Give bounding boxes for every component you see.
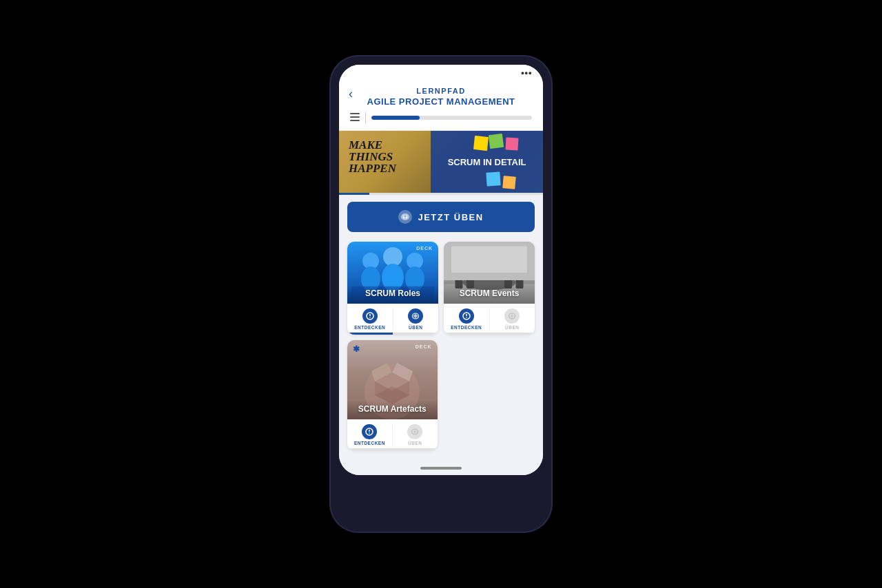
svg-rect-0 — [350, 113, 360, 114]
banner-section: MAKE THINGS HAPPEN SCRUM IN DETAIL — [339, 131, 543, 195]
banner-overlay-text: SCRUM IN DETAIL — [441, 154, 533, 170]
svg-point-40 — [369, 432, 371, 434]
divider — [365, 112, 366, 123]
status-bar: ●●● — [339, 65, 543, 81]
deck-events-entdecken[interactable]: ENTDECKEN — [444, 308, 489, 330]
deck-artefacts-uben-label: ÜBEN — [408, 441, 422, 445]
svg-point-15 — [369, 317, 371, 318]
jetzt-uben-button[interactable]: JETZT ÜBEN — [347, 202, 535, 232]
deck-events-title: SCRUM Events — [444, 284, 535, 304]
deck-roles-uben[interactable]: ÜBEN — [393, 308, 439, 330]
svg-point-29 — [466, 317, 467, 318]
progress-bar — [371, 116, 532, 120]
deck-artefacts-uben[interactable]: ÜBEN — [392, 424, 438, 445]
banner-text-line2: THINGS — [349, 151, 396, 162]
deck-roles-entdecken-label: ENTDECKEN — [354, 325, 385, 330]
deck-artefacts-title: SCRUM Artefacts — [347, 400, 438, 419]
phone-screen: ●●● ‹ LERNPFAD AGILE PROJECT MANAGEMENT — [339, 65, 543, 475]
banner-image: MAKE THINGS HAPPEN SCRUM IN DETAIL — [339, 131, 543, 193]
uben-icon-active — [408, 308, 423, 324]
deck-card-scrum-roles[interactable]: DECK — [347, 242, 438, 335]
brain-icon — [398, 210, 412, 224]
entdecken-icon-artefacts — [362, 424, 377, 439]
content-scroll[interactable]: MAKE THINGS HAPPEN SCRUM IN DETAIL — [339, 131, 543, 461]
deck-artefacts-entdecken[interactable]: ENTDECKEN — [347, 424, 392, 445]
deck-events-image: DECK ✱ — [444, 242, 535, 304]
deck-card-scrum-artefacts[interactable]: DECK ✱ — [347, 340, 438, 450]
deck-artefacts-actions: ENTDECKEN ÜBEN — [347, 419, 438, 448]
back-button[interactable]: ‹ — [349, 87, 353, 101]
uben-icon-events-inactive — [504, 308, 520, 324]
deck-events-uben[interactable]: ÜBEN — [489, 308, 535, 330]
banner-text-line1: MAKE — [349, 139, 396, 151]
header: ‹ LERNPFAD AGILE PROJECT MANAGEMENT — [339, 81, 543, 131]
sticky-pink — [506, 138, 519, 151]
entdecken-icon-active — [362, 308, 378, 324]
deck-card-scrum-events[interactable]: DECK ✱ — [444, 242, 535, 335]
deck-roles-progress-bar — [347, 333, 438, 335]
deck-roles-progress-fill — [347, 333, 393, 335]
svg-rect-1 — [350, 116, 360, 118]
sticky-orange — [502, 176, 516, 189]
deck-artefacts-row: DECK ✱ — [339, 340, 543, 461]
sticky-green — [489, 134, 504, 149]
deck-artefacts-progress-bar — [347, 448, 438, 450]
svg-point-8 — [383, 247, 402, 266]
home-indicator — [339, 461, 543, 475]
deck-artefacts-star: ✱ — [353, 344, 360, 354]
progress-fill — [371, 116, 420, 120]
deck-roles-title: SCRUM Roles — [347, 284, 438, 304]
sticky-yellow — [473, 136, 489, 151]
uben-icon-artefacts-inactive — [407, 424, 422, 439]
deck-artefacts-entdecken-label: ENTDECKEN — [354, 441, 385, 445]
deck-roles-entdecken[interactable]: ENTDECKEN — [347, 308, 393, 330]
header-label: LERNPFAD — [350, 87, 532, 95]
jetzt-section: JETZT ÜBEN — [339, 195, 543, 239]
deck-artefacts-badge: DECK — [416, 344, 432, 349]
sticky-blue — [486, 171, 500, 186]
decks-grid: DECK — [339, 239, 543, 340]
list-icon — [350, 112, 360, 123]
svg-rect-2 — [350, 120, 360, 121]
banner-text-line3: HAPPEN — [349, 162, 396, 174]
banner-progress — [339, 193, 543, 195]
svg-rect-26 — [451, 246, 527, 273]
entdecken-icon-events — [459, 308, 474, 324]
progress-row — [350, 112, 532, 123]
banner-progress-fill — [339, 193, 369, 195]
home-bar — [420, 467, 462, 470]
deck-roles-actions: ENTDECKEN ÜBEN — [347, 304, 438, 333]
header-title: AGILE PROJECT MANAGEMENT — [367, 96, 515, 107]
deck-events-uben-label: ÜBEN — [505, 325, 519, 330]
phone-frame: ●●● ‹ LERNPFAD AGILE PROJECT MANAGEMENT — [331, 56, 551, 532]
deck-roles-uben-label: ÜBEN — [409, 325, 422, 330]
deck-events-actions: ENTDECKEN ÜBEN — [444, 304, 535, 333]
deck-roles-image: DECK — [347, 242, 438, 304]
jetzt-uben-label: JETZT ÜBEN — [418, 212, 483, 222]
deck-events-progress-bar — [444, 333, 535, 335]
deck-events-entdecken-label: ENTDECKEN — [451, 325, 482, 330]
deck-artefacts-image: DECK ✱ — [347, 340, 438, 419]
